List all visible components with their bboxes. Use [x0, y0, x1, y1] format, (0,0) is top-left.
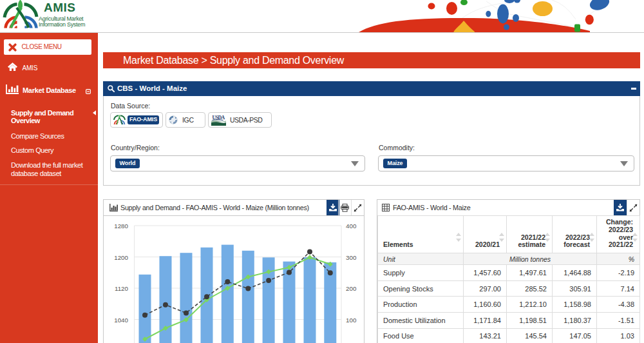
svg-text:1280: 1280: [114, 222, 128, 230]
svg-text:Information System: Information System: [39, 21, 85, 28]
svg-text:1200: 1200: [114, 254, 128, 261]
svg-text:1040: 1040: [114, 317, 128, 324]
svg-text:1120: 1120: [115, 285, 129, 292]
svg-text:400: 400: [346, 222, 357, 230]
svg-text:100: 100: [346, 317, 357, 324]
svg-text:200: 200: [346, 285, 357, 292]
svg-text:AMIS: AMIS: [44, 1, 76, 14]
svg-text:300: 300: [346, 254, 357, 261]
